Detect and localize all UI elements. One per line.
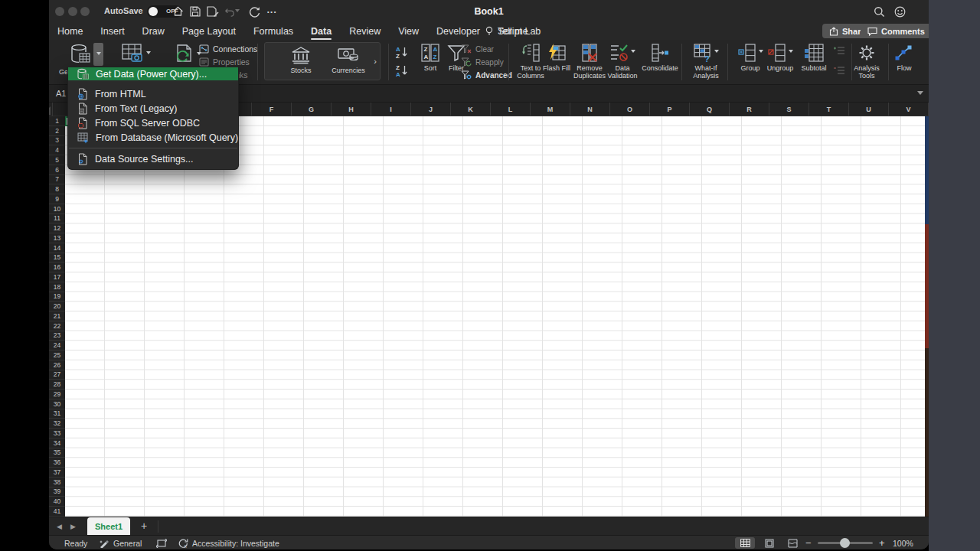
row-header-5[interactable]: 5 <box>49 155 65 165</box>
row-header-22[interactable]: 22 <box>49 321 65 331</box>
row-header-13[interactable]: 13 <box>49 233 65 243</box>
column-header-l[interactable]: L <box>491 103 531 116</box>
row-header-25[interactable]: 25 <box>49 350 65 360</box>
column-header-k[interactable]: K <box>451 103 491 116</box>
add-sheet-button[interactable]: + <box>141 520 147 532</box>
row-header-23[interactable]: 23 <box>49 331 65 341</box>
tab-draw[interactable]: Draw <box>142 26 165 37</box>
row-header-10[interactable]: 10 <box>49 204 65 214</box>
column-header-p[interactable]: P <box>650 103 690 116</box>
vertical-scrollbar[interactable] <box>925 116 929 517</box>
row-header-3[interactable]: 3 <box>49 136 65 146</box>
comments-button[interactable]: Comments <box>861 24 929 38</box>
tell-me-control[interactable]: Tell me <box>485 23 528 40</box>
row-header-1[interactable]: 1 <box>49 116 65 126</box>
row-header-28[interactable]: 28 <box>49 380 65 390</box>
row-header-34[interactable]: 34 <box>49 439 65 448</box>
row-header-27[interactable]: 27 <box>49 370 65 380</box>
menu-item-from-text-legacy[interactable]: From Text (Legacy) <box>68 101 238 116</box>
row-header-30[interactable]: 30 <box>49 399 65 409</box>
tab-formulas[interactable]: Formulas <box>253 26 293 37</box>
next-sheet-arrow[interactable]: ▶ <box>70 523 76 530</box>
zoom-slider-thumb[interactable] <box>840 538 850 548</box>
column-header-j[interactable]: J <box>411 103 451 116</box>
reapply-filter-button[interactable]: Reapply <box>461 57 504 67</box>
get-data-dropdown-arrow[interactable] <box>93 43 103 66</box>
row-header-39[interactable]: 39 <box>49 487 65 497</box>
zoom-out-button[interactable]: − <box>805 536 812 549</box>
analysis-tools-button[interactable]: Analysis Tools <box>847 42 887 80</box>
row-header-17[interactable]: 17 <box>49 272 65 282</box>
what-if-dropdown-arrow[interactable] <box>714 50 719 55</box>
row-header-29[interactable]: 29 <box>49 390 65 399</box>
column-header-i[interactable]: I <box>371 103 411 116</box>
zoom-in-button[interactable]: + <box>879 536 885 549</box>
clear-filter-button[interactable]: Clear <box>461 44 494 54</box>
accessibility-status[interactable]: x Accessibility: Investigate <box>178 536 279 549</box>
row-header-18[interactable]: 18 <box>49 282 65 292</box>
row-header-24[interactable]: 24 <box>49 341 65 350</box>
get-data-button[interactable] <box>69 43 103 66</box>
row-header-41[interactable]: 41 <box>49 507 65 517</box>
column-header-h[interactable]: H <box>332 103 371 116</box>
consolidate-button[interactable]: Consolidate <box>639 42 681 72</box>
hide-detail-button[interactable] <box>833 66 845 75</box>
column-header-u[interactable]: U <box>849 103 889 116</box>
column-header-g[interactable]: G <box>292 103 332 116</box>
formula-bar-expand-icon[interactable] <box>917 91 923 98</box>
row-header-38[interactable]: 38 <box>49 478 65 487</box>
ungroup-dropdown-arrow[interactable] <box>789 50 793 55</box>
row-header-12[interactable]: 12 <box>49 223 65 233</box>
sort-button[interactable]: Z A A Z Sort <box>415 42 446 72</box>
row-header-11[interactable]: 11 <box>49 214 65 224</box>
row-header-33[interactable]: 33 <box>49 429 65 439</box>
row-header-26[interactable]: 26 <box>49 360 65 370</box>
selection-mode-icon[interactable] <box>156 536 167 549</box>
column-header-n[interactable]: N <box>570 103 610 116</box>
grid-cells[interactable] <box>65 116 925 517</box>
search-icon[interactable] <box>871 5 887 18</box>
subtotal-button[interactable]: Subtotal <box>795 42 833 72</box>
menu-item-from-html[interactable]: From HTML <box>68 86 238 101</box>
column-header-m[interactable]: M <box>531 103 570 116</box>
properties-button[interactable]: Properties <box>199 57 250 67</box>
column-header-v[interactable]: V <box>889 103 929 116</box>
row-header-40[interactable]: 40 <box>49 497 65 507</box>
menu-item-get-data-power-query[interactable]: Get Data (Power Query)... <box>68 67 238 80</box>
tab-review[interactable]: Review <box>349 26 381 37</box>
tab-data[interactable]: Data <box>311 26 332 37</box>
tab-home[interactable]: Home <box>57 26 83 37</box>
tab-view[interactable]: View <box>398 26 419 37</box>
row-header-15[interactable]: 15 <box>49 253 65 263</box>
row-header-16[interactable]: 16 <box>49 262 65 272</box>
row-header-37[interactable]: 37 <box>49 468 65 478</box>
feedback-smiley-icon[interactable] <box>892 5 907 18</box>
stocks-data-type[interactable]: Stocks <box>277 46 325 74</box>
page-break-view-button[interactable] <box>782 537 802 549</box>
row-header-8[interactable]: 8 <box>49 184 65 194</box>
data-types-scroll-arrow[interactable]: › <box>374 57 377 66</box>
row-header-2[interactable]: 2 <box>49 126 65 136</box>
show-detail-button[interactable] <box>833 46 845 55</box>
sort-ascending-button[interactable]: AZ <box>395 45 409 59</box>
sheet-tab-sheet1[interactable]: Sheet1 <box>87 517 130 536</box>
row-header-19[interactable]: 19 <box>49 292 65 302</box>
row-header-20[interactable]: 20 <box>49 302 65 311</box>
data-from-picture-button[interactable] <box>121 43 151 64</box>
page-layout-view-button[interactable] <box>760 537 779 549</box>
menu-item-data-source-settings[interactable]: Data Source Settings... <box>68 152 238 166</box>
row-header-36[interactable]: 36 <box>49 458 65 468</box>
previous-sheet-arrow[interactable]: ◀ <box>57 523 62 530</box>
column-header-t[interactable]: T <box>809 103 849 116</box>
row-header-7[interactable]: 7 <box>49 175 65 185</box>
menu-item-from-database-microsoft-query[interactable]: From Database (Microsoft Query) <box>68 130 238 145</box>
row-header-31[interactable]: 31 <box>49 409 65 419</box>
row-header-21[interactable]: 21 <box>49 311 65 321</box>
column-header-o[interactable]: O <box>610 103 650 116</box>
tab-developer[interactable]: Developer <box>436 26 480 37</box>
tab-page-layout[interactable]: Page Layout <box>182 26 236 37</box>
normal-view-button[interactable] <box>735 537 755 549</box>
what-if-analysis-button[interactable]: ? What-If Analysis <box>684 42 727 80</box>
currencies-data-type[interactable]: Currencies <box>325 46 372 74</box>
column-header-s[interactable]: S <box>769 103 809 116</box>
